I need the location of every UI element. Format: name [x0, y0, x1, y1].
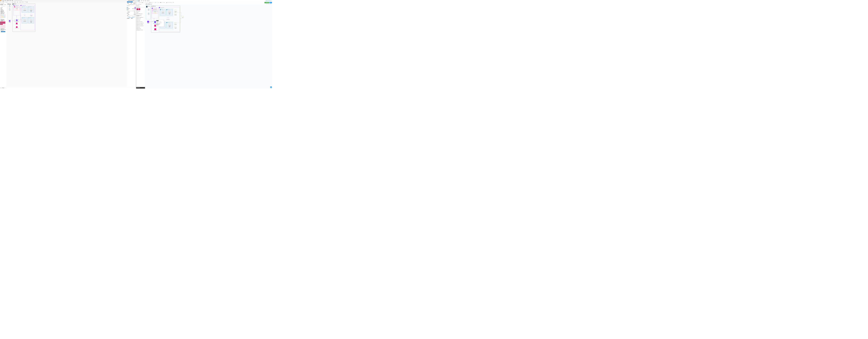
aws-service-icon[interactable] [4, 24, 5, 25]
cat-item[interactable]: AWS End User Computing✕ [136, 24, 145, 25]
route53-icon[interactable] [167, 18, 169, 19]
group-shape[interactable] [3, 14, 4, 16]
sidebar-toggle-icon[interactable]: ☰ [0, 1, 2, 2]
gl-search-input[interactable] [137, 4, 145, 5]
private-subnet-3[interactable]: Private subnet Amazon EC2 IBM TM1 Server… [28, 18, 34, 24]
close-icon[interactable]: ✕ [144, 26, 145, 26]
gliffy-help-badge[interactable] [270, 86, 272, 88]
container-icon[interactable] [155, 12, 156, 13]
aws-service-icon[interactable] [3, 27, 4, 28]
undo-icon[interactable]: ↶ [136, 2, 138, 3]
cat-item[interactable]: AWS Migration & Transfer✕ [136, 29, 145, 31]
perimeter-input[interactable] [134, 12, 135, 12]
share-icon[interactable] [135, 0, 136, 1]
close-icon[interactable]: ✕ [144, 24, 145, 25]
paw-box[interactable]: IBM Planning Analytics Workspace [152, 11, 157, 12]
aws-service-icon[interactable] [2, 25, 3, 26]
gl-menu-properties[interactable]: Properties [147, 1, 150, 1]
aws-service-icon[interactable] [0, 26, 1, 27]
aws-service-icon[interactable] [4, 27, 5, 28]
theme-icon[interactable]: ◎ [172, 2, 173, 3]
aws-service-icon[interactable] [2, 22, 3, 23]
format-panel-icon[interactable]: ◧ [134, 1, 135, 2]
layers-panel-icon[interactable]: ☰ [173, 2, 174, 3]
aspect-checkbox[interactable] [156, 24, 157, 24]
color-swatch[interactable] [128, 4, 129, 5]
tgw-node-selected[interactable]: AWS Transit Gateway [15, 20, 19, 22]
cloudwatch-icon[interactable] [16, 26, 18, 28]
aws-service-icon[interactable] [4, 23, 5, 24]
aws-service-icon[interactable] [0, 25, 1, 26]
fill-color[interactable] [134, 7, 135, 8]
paste-icon[interactable]: 📋 [141, 2, 142, 3]
vpc2[interactable]: Virtual private cloud Availability Zone … [21, 5, 35, 30]
w-input[interactable] [160, 22, 162, 22]
gl-corp-dc[interactable]: Corporate Data Center 👥 SREs 👥 Users [146, 5, 150, 19]
aws-service-icon[interactable] [2, 23, 3, 24]
sns-icon[interactable] [16, 23, 18, 24]
az-1[interactable]: Availability zone Private subnet Amazon … [159, 8, 173, 17]
cloudwatch-icon[interactable] [154, 28, 156, 30]
cat-aws-general[interactable]: AWS / General Resources [0, 11, 6, 12]
more-shapes-button[interactable]: + More Shapes [1, 31, 5, 32]
popup-icon[interactable]: ▱ [156, 2, 157, 3]
zoom-in-icon[interactable]: 🔍 [5, 1, 6, 2]
gradient-color[interactable] [134, 8, 135, 9]
cat-item[interactable]: Images✕ [136, 12, 145, 13]
group-shape[interactable] [3, 16, 4, 17]
y-input[interactable] [157, 23, 159, 24]
subnet-a[interactable]: Private subnet Amazon EC2 IMB TM1 Web [160, 9, 166, 16]
delete-icon[interactable]: 🗑 [12, 1, 13, 2]
to-back-icon[interactable]: ▧ [15, 1, 16, 2]
grid-icon[interactable]: ▦ [166, 2, 167, 3]
search-shapes-input[interactable] [0, 3, 6, 4]
shadow-checkbox[interactable] [133, 14, 133, 14]
text-icon[interactable]: Ａ [147, 2, 148, 3]
ec2-icon[interactable] [169, 11, 170, 12]
line-color[interactable] [134, 9, 135, 10]
private-subnet-1[interactable]: Private subnet Amazon EC2 IBM TM1 Server… [28, 6, 34, 12]
line-width[interactable] [134, 10, 135, 11]
zoom-out-icon[interactable]: ⊖ [164, 2, 165, 3]
fsx-icon[interactable] [175, 22, 176, 24]
position-popover[interactable]: ✕ A X Y W H A [156, 20, 164, 27]
layers-icon[interactable]: ◈ [158, 2, 159, 3]
aws-cloud-container[interactable]: AWS Cloud Virtual private cloud Red Hat … [13, 4, 35, 32]
filename-label[interactable]: AWS-example.drawio [128, 0, 136, 1]
aws-service-icon[interactable] [3, 24, 4, 25]
close-icon[interactable]: ✕ [144, 21, 145, 22]
gliffy-canvas[interactable]: Corporate Data Center 👥 SREs 👥 Users AWS… [145, 5, 272, 88]
aws-service-icon[interactable] [4, 26, 5, 27]
line-style[interactable]: ──── [128, 10, 133, 11]
line-color-icon[interactable]: ✎ [18, 1, 20, 2]
fill-color-icon[interactable]: ◨ [17, 1, 18, 2]
group-shape[interactable] [3, 17, 4, 18]
color-swatch[interactable] [127, 4, 128, 5]
line-checkbox[interactable] [127, 9, 127, 10]
lock-icon[interactable]: 🔓 [156, 25, 157, 25]
gl-menu-help[interactable]: Help [145, 1, 146, 1]
scratchpad-drop[interactable]: Drag elements here [0, 5, 6, 7]
color-swatch[interactable] [134, 4, 135, 5]
text-color-icon[interactable]: A [157, 20, 158, 21]
save-button[interactable]: Save [270, 2, 272, 3]
zoom-control[interactable]: 100% ▾ [2, 2, 5, 2]
color-swatch[interactable] [128, 5, 129, 6]
aws-service-icon[interactable] [0, 22, 1, 23]
container-icon[interactable] [17, 9, 18, 10]
fill-checkbox[interactable] [127, 7, 127, 8]
gl-vpc1[interactable]: Virtual Private Cloud Red Hat OpenShift … [152, 8, 158, 18]
route53-icon[interactable] [31, 14, 32, 15]
group-shape[interactable] [2, 14, 3, 16]
close-icon[interactable]: ✕ [144, 14, 145, 14]
ocp-box[interactable]: Red Hat OpenShift Container Platform (OC… [14, 6, 20, 10]
users-icon[interactable]: 👥 [148, 13, 149, 14]
aws-service-icon[interactable] [4, 25, 5, 26]
back-to-confluence-button[interactable]: ◀ Back to Confluence [265, 0, 272, 1]
cat-active[interactable]: AWS AR & VR✕ [136, 7, 145, 8]
table-icon[interactable]: ▦▾ [26, 1, 28, 2]
drawio-canvas[interactable]: Corporate data center 👥 SREs 👥 Users AWS… [6, 3, 126, 87]
group-shape[interactable] [2, 16, 3, 17]
connector-icon[interactable]: ↘▾ [151, 2, 152, 3]
color-swatch[interactable] [133, 4, 134, 5]
